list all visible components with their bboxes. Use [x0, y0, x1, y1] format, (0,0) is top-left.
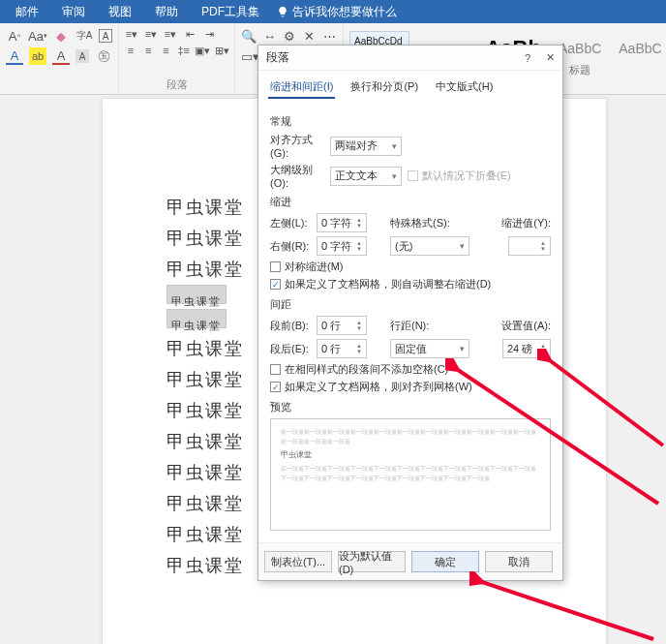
lightbulb-icon	[277, 6, 288, 17]
cancel-button[interactable]: 取消	[485, 551, 553, 572]
chevron-down-icon: ▾	[392, 141, 397, 151]
change-case-icon[interactable]: Aa▾	[29, 27, 46, 45]
menu-view[interactable]: 视图	[97, 4, 143, 20]
more-icon[interactable]: ⋯	[322, 27, 337, 45]
grid-snap-checkbox[interactable]: ✓如果定义了文档网格，则对齐到网格(W)	[270, 380, 551, 394]
dialog-titlebar[interactable]: 段落 ? ✕	[258, 46, 562, 71]
doc-line[interactable]: 甲虫课堂	[166, 260, 244, 279]
doc-line[interactable]: 甲虫课堂	[166, 229, 244, 248]
doc-line[interactable]: 甲虫课堂	[166, 370, 244, 389]
font-size-up-icon[interactable]: A^	[6, 27, 23, 45]
tools-icon[interactable]: ✕	[303, 27, 318, 45]
align-right-icon[interactable]: ≡	[160, 44, 171, 57]
style-heading2[interactable]: AaBbC	[612, 31, 666, 64]
tell-me[interactable]: 告诉我你想要做什么	[271, 4, 397, 20]
linespace-value: 固定值	[395, 342, 427, 356]
underline-color-icon[interactable]: A	[52, 47, 70, 65]
special-label: 特殊格式(S):	[390, 216, 450, 230]
menu-pdf[interactable]: PDF工具集	[190, 4, 271, 20]
indent-right-icon[interactable]: ⇥	[202, 27, 216, 41]
menu-help[interactable]: 帮助	[143, 4, 190, 20]
indent-left-icon[interactable]: ⇤	[183, 27, 197, 41]
right-indent-spinner[interactable]: 0 字符▲▼	[317, 236, 367, 256]
ribbon-group-font: A^ Aa▾ ◆ 字A A A ab A A ㊄	[0, 23, 119, 94]
left-indent-spinner[interactable]: 0 字符▲▼	[317, 213, 367, 232]
font-color-icon[interactable]: A	[6, 47, 23, 65]
alignment-select[interactable]: 两端对齐▾	[330, 137, 402, 156]
right-indent-label: 右侧(R):	[270, 239, 311, 254]
before-label: 段前(B):	[270, 319, 311, 333]
doc-line[interactable]: 甲虫课堂	[166, 494, 244, 513]
nospace-label: 在相同样式的段落间不添加空格(C)	[285, 362, 448, 377]
enclose-icon[interactable]: ㊄	[95, 47, 112, 65]
after-label: 段后(E):	[270, 342, 311, 356]
linespace-select[interactable]: 固定值▾	[390, 339, 469, 358]
doc-line[interactable]: 甲虫课堂	[166, 463, 244, 482]
align-left-icon[interactable]: ≡	[125, 44, 136, 57]
shading-icon[interactable]: ▣▾	[196, 44, 209, 57]
linespace-label: 行距(N):	[390, 319, 429, 333]
grid-snap-label: 如果定义了文档网格，则对齐到网格(W)	[285, 380, 472, 394]
grid-indent-checkbox[interactable]: ✓如果定义了文档网格，则自动调整右缩进(D)	[270, 277, 551, 291]
number-icon[interactable]: ≡▾	[144, 27, 158, 41]
doc-line[interactable]: 甲虫课堂	[166, 401, 244, 420]
line-spacing-icon[interactable]: ‡≡	[177, 44, 190, 57]
menu-review[interactable]: 审阅	[50, 4, 97, 20]
char-shading-icon[interactable]: A	[76, 49, 89, 63]
grid-indent-label: 如果定义了文档网格，则自动调整右缩进(D)	[285, 277, 491, 291]
set-default-button[interactable]: 设为默认值(D)	[338, 551, 406, 572]
align-center-icon[interactable]: ≡	[142, 44, 154, 57]
tab-asian-typography[interactable]: 中文版式(H)	[434, 77, 495, 99]
doc-line[interactable]: 甲虫课堂	[166, 432, 244, 451]
indent-by-spinner[interactable]: ▲▼	[508, 236, 551, 256]
phonetic-icon[interactable]: 字A	[76, 27, 93, 45]
section-spacing: 间距	[270, 297, 551, 312]
object-icon[interactable]: ▭▾	[241, 47, 258, 65]
ok-button[interactable]: 确定	[411, 551, 479, 572]
doc-line[interactable]: 甲虫课堂	[166, 285, 227, 304]
section-indent: 缩进	[270, 195, 551, 209]
outline-label: 大纲级别(O):	[270, 163, 324, 189]
border-char-icon[interactable]: A	[99, 29, 112, 43]
after-spinner[interactable]: 0 行▲▼	[317, 339, 367, 358]
borders-icon[interactable]: ⊞▾	[215, 44, 228, 57]
ribbon-group-paragraph: ≡▾ ≡▾ ≡▾ ⇤ ⇥ ≡ ≡ ≡ ‡≡ ▣▾ ⊞▾ 段落	[119, 23, 235, 94]
tab-line-page-breaks[interactable]: 换行和分页(P)	[348, 77, 420, 99]
tell-me-label: 告诉我你想要做什么	[292, 4, 397, 20]
outline-value: 正文文本	[335, 169, 378, 183]
before-value: 0 行	[321, 319, 341, 333]
special-value: (无)	[395, 239, 412, 254]
doc-line[interactable]: 甲虫课堂	[166, 556, 244, 575]
chevron-down-icon: ▾	[460, 241, 465, 251]
close-button[interactable]: ✕	[546, 51, 555, 64]
special-select[interactable]: (无)▾	[390, 236, 469, 256]
bullet-icon[interactable]: ≡▾	[125, 27, 138, 41]
doc-line[interactable]: 甲虫课堂	[166, 525, 244, 544]
replace-icon[interactable]: ↔	[262, 27, 277, 45]
multilevel-icon[interactable]: ≡▾	[164, 27, 177, 41]
section-preview: 预览	[270, 400, 551, 414]
tabs-button[interactable]: 制表位(T)...	[264, 551, 332, 572]
at-spinner[interactable]: 24 磅▲▼	[502, 339, 551, 358]
preview-box: 前一段落前一段落前一段落前一段落前一段落前一段落前一段落前一段落前一段落前一段落…	[270, 418, 551, 531]
chevron-down-icon: ▾	[392, 171, 397, 181]
help-button[interactable]: ?	[525, 52, 530, 64]
menu-mail[interactable]: 邮件	[4, 4, 50, 20]
right-indent-value: 0 字符	[321, 239, 351, 254]
dialog-buttons: 制表位(T)... 设为默认值(D) 确定 取消	[258, 542, 562, 580]
doc-line[interactable]: 甲虫课堂	[166, 309, 227, 328]
highlight-icon[interactable]: ab	[29, 47, 46, 65]
doc-line[interactable]: 甲虫课堂	[166, 339, 244, 358]
clear-format-icon[interactable]: ◆	[52, 27, 70, 45]
doc-line[interactable]: 甲虫课堂	[166, 198, 244, 217]
tab-indent-spacing[interactable]: 缩进和间距(I)	[268, 77, 335, 99]
find-icon[interactable]: 🔍	[241, 27, 257, 45]
mirror-indent-checkbox[interactable]: 对称缩进(M)	[270, 260, 551, 274]
at-label: 设置值(A):	[501, 319, 551, 333]
before-spinner[interactable]: 0 行▲▼	[317, 316, 367, 335]
outline-select[interactable]: 正文文本▾	[330, 167, 402, 186]
nospace-checkbox[interactable]: 在相同样式的段落间不添加空格(C)	[270, 362, 551, 377]
style-preview: AaBbC	[559, 36, 601, 61]
settings-icon[interactable]: ⚙	[283, 27, 297, 45]
at-value: 24 磅	[507, 342, 532, 356]
